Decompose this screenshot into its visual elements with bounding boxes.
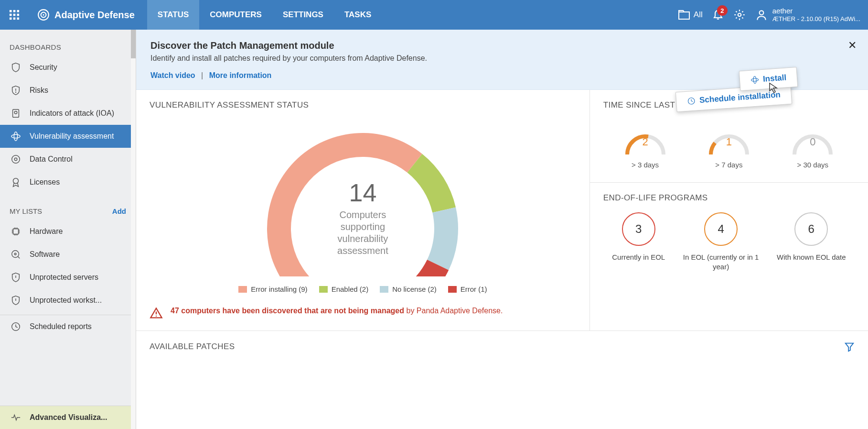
legend-item[interactable]: Error (1) [448, 285, 487, 293]
vuln-gauge[interactable]: 14 Computers supporting vulnerability as… [150, 119, 576, 276]
pulse-icon [11, 412, 21, 423]
tab-computers[interactable]: COMPUTERS [199, 0, 272, 30]
sidebar-scrollbar[interactable] [131, 30, 136, 429]
svg-rect-2 [17, 10, 20, 12]
legend-item[interactable]: Error installing (9) [238, 285, 307, 293]
notif-badge: 2 [717, 5, 728, 16]
svg-rect-5 [17, 14, 20, 16]
sidebar: DASHBOARDS Security Risks Indicators of … [0, 30, 136, 429]
sidebar-item-data-control[interactable]: Data Control [0, 148, 136, 171]
schedule-label: Schedule installation [699, 90, 781, 105]
user-menu[interactable]: aether ÆTHER - 2.10.00 (R15) AdWi... [755, 6, 860, 23]
eol-item[interactable]: 4In EOL (currently or in 1 year) [683, 212, 759, 271]
svg-point-22 [14, 158, 17, 161]
topbar-right: All 2 aether ÆTHER - 2.10.00 (R15) AdWi.… [678, 0, 868, 30]
settings-gear-button[interactable] [733, 9, 746, 21]
apps-grid-button[interactable] [0, 0, 29, 30]
folder-all-button[interactable]: All [678, 10, 703, 20]
folder-all-label: All [694, 10, 703, 20]
shield-icon [11, 62, 21, 73]
warn-bold: 47 computers have been discovered that a… [171, 307, 404, 315]
promo-banner: Discover the Patch Management module Ide… [136, 30, 868, 90]
time-gauge[interactable]: 2> 3 days [624, 128, 667, 169]
eol-item[interactable]: 3Currently in EOL [612, 212, 665, 271]
eol-title: END-OF-LIFE PROGRAMS [603, 193, 855, 203]
eol-row: 3Currently in EOL4In EOL (currently or i… [603, 212, 855, 271]
sidebar-item-security[interactable]: Security [0, 56, 136, 79]
tab-status[interactable]: STATUS [147, 0, 199, 30]
sidebar-item-label: Unprotected servers [30, 273, 98, 282]
right-column: TIME SINCE LAST CHECK 2> 3 days1> 7 days… [590, 90, 868, 330]
time-gauges: 2> 3 days1> 7 days0> 30 days [603, 128, 855, 169]
atom-icon [11, 131, 21, 142]
sidebar-item-risks[interactable]: Risks [0, 79, 136, 102]
sidebar-item-label: Data Control [30, 155, 73, 164]
shield-warn-icon [11, 295, 21, 306]
eol-item[interactable]: 6With known EOL date [777, 212, 846, 271]
sidebar-list-unprotected-servers[interactable]: Unprotected servers [0, 266, 136, 289]
tab-settings[interactable]: SETTINGS [272, 0, 334, 30]
svg-point-23 [13, 178, 19, 184]
sidebar-item-label: Licenses [30, 178, 60, 187]
sidebar-item-label: Software [30, 250, 60, 259]
unmanaged-warning[interactable]: 47 computers have been discovered that a… [150, 307, 576, 320]
cd-search-icon [11, 249, 21, 260]
more-info-link[interactable]: More information [209, 71, 272, 79]
sidebar-item-label: Hardware [30, 227, 63, 236]
svg-rect-8 [17, 18, 20, 20]
legend-item[interactable]: No license (2) [380, 285, 437, 293]
svg-rect-12 [679, 12, 689, 19]
install-button[interactable]: Install [739, 67, 798, 91]
svg-rect-24 [13, 229, 19, 234]
sidebar-item-scheduled-reports[interactable]: Scheduled reports [0, 315, 136, 338]
folder-icon [678, 10, 690, 20]
sidebar-item-label: Security [30, 63, 57, 72]
svg-point-21 [12, 155, 20, 164]
patches-title: AVAILABLE PATCHES [150, 342, 235, 352]
sidebar-item-advanced-visualization[interactable]: Advanced Visualiza... [0, 406, 136, 429]
svg-point-14 [759, 11, 763, 15]
sidebar-list-unprotected-workstations[interactable]: Unprotected workst... [0, 289, 136, 312]
svg-rect-17 [13, 110, 19, 118]
sidebar-item-label: Vulnerability assessment [30, 132, 114, 141]
banner-subtitle: Identify and install all patches require… [150, 54, 854, 63]
sidebar-item-ioa[interactable]: Indicators of attack (IOA) [0, 102, 136, 125]
watch-video-link[interactable]: Watch video [150, 71, 195, 79]
mylists-add-link[interactable]: Add [112, 207, 126, 215]
sidebar-item-licenses[interactable]: Licenses [0, 171, 136, 194]
svg-point-25 [12, 251, 19, 258]
sidebar-list-software[interactable]: Software [0, 243, 136, 266]
legend-item[interactable]: Enabled (2) [319, 285, 369, 293]
sidebar-item-label: Advanced Visualiza... [30, 413, 107, 422]
banner-title: Discover the Patch Management module [150, 40, 854, 51]
warn-rest: by Panda Adaptive Defense. [404, 307, 503, 315]
vuln-panel: VULNERABILITY ASSESSMENT STATUS 14 Compu… [136, 90, 590, 330]
sidebar-item-vulnerability[interactable]: Vulnerability assessment [0, 125, 136, 148]
notifications-button[interactable]: 2 [712, 9, 724, 21]
nav-tabs: STATUS COMPUTERS SETTINGS TASKS [147, 0, 382, 30]
svg-point-11 [43, 14, 44, 15]
install-label: Install [762, 73, 786, 84]
main-content: Discover the Patch Management module Ide… [136, 30, 868, 429]
shield-warn-icon [11, 272, 21, 283]
eol-panel: END-OF-LIFE PROGRAMS 3Currently in EOL4I… [590, 182, 868, 271]
time-gauge[interactable]: 1> 7 days [707, 128, 750, 169]
svg-point-30 [751, 78, 758, 81]
filter-icon[interactable] [844, 341, 855, 352]
badge-icon [11, 108, 21, 119]
shield-alert-icon [11, 85, 21, 96]
tab-tasks[interactable]: TASKS [334, 0, 382, 30]
patches-panel: AVAILABLE PATCHES [136, 330, 868, 363]
svg-rect-0 [10, 10, 12, 12]
sidebar-item-label: Scheduled reports [30, 322, 92, 331]
gear-icon [733, 9, 746, 21]
svg-point-18 [14, 111, 17, 114]
svg-rect-1 [13, 10, 16, 12]
user-icon [755, 9, 768, 21]
sidebar-list-hardware[interactable]: Hardware [0, 220, 136, 243]
top-bar: Adaptive Defense STATUS COMPUTERS SETTIN… [0, 0, 868, 30]
brand[interactable]: Adaptive Defense [29, 9, 143, 21]
clock-icon [687, 97, 696, 106]
time-gauge[interactable]: 0> 30 days [791, 128, 834, 169]
banner-close-button[interactable]: ✕ [848, 39, 857, 52]
